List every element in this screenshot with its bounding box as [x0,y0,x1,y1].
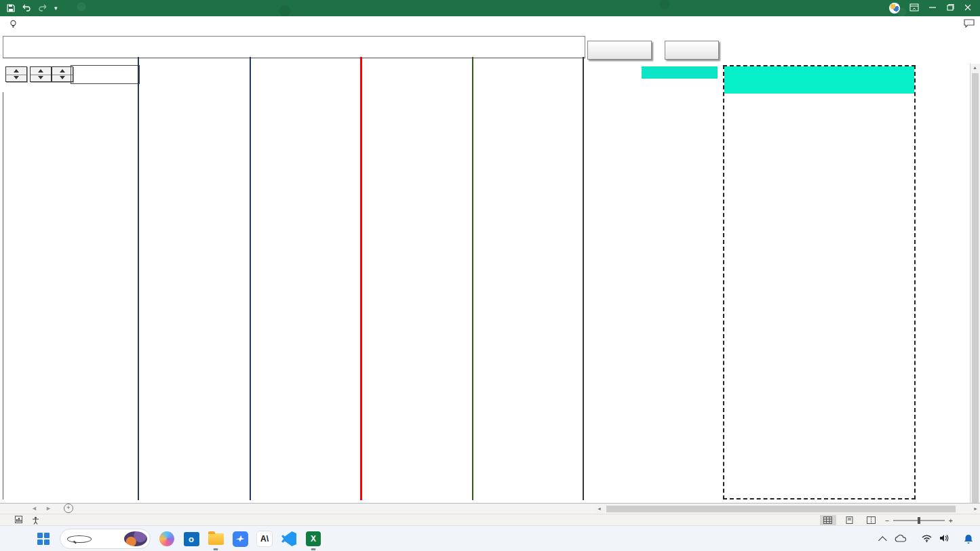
week3-week4-divider [472,57,473,500]
messaging-app-icon[interactable] [232,531,248,547]
comments-header [724,66,914,94]
sheet-tab-strip: ◄ ► [0,503,980,514]
undo-icon[interactable] [22,4,31,12]
windows-taskbar: o A\ X [0,525,980,551]
hidden-icons-chevron[interactable] [878,536,887,545]
zoom-slider[interactable]: − + [885,516,953,525]
non-productive-column-headers [642,81,718,91]
roster-title-cell[interactable] [3,36,585,58]
vertical-scroll-thumb[interactable] [972,73,979,507]
zoom-thumb[interactable] [918,517,920,524]
restore-button[interactable] [946,2,954,14]
search-highlight-image [124,531,147,546]
outlook-icon[interactable]: o [183,531,199,547]
start-button[interactable] [35,531,52,547]
status-bar: − + [0,514,980,526]
totals-grid [589,92,637,499]
clear-content-button[interactable] [587,41,652,60]
minimize-button[interactable] [928,2,937,14]
ribbon-tab-row [0,16,980,33]
comments-body[interactable] [724,94,914,499]
normal-view-button[interactable] [820,515,836,525]
vertical-scrollbar[interactable]: ▲ ▼ [970,64,980,535]
horizontal-scroll-thumb[interactable] [606,506,956,512]
page-layout-view-button[interactable] [842,515,858,525]
sheet-nav-arrows[interactable]: ◄► [0,503,58,514]
worksheet-area: ▲ ▼ [0,32,980,503]
notification-bell-icon[interactable] [964,534,973,544]
accessibility-status[interactable] [32,516,43,525]
roster-left-header-row [3,83,138,92]
horizontal-scrollbar[interactable]: ◄ ► [595,504,980,514]
tell-me-box[interactable] [0,20,20,28]
save-icon[interactable] [7,4,15,12]
page-break-view-button[interactable] [863,515,880,525]
wifi-icon[interactable] [922,533,932,545]
search-icon [67,535,92,543]
zoom-out-button[interactable]: − [885,516,889,525]
grid-right-border [583,57,584,500]
close-button[interactable] [964,2,972,14]
file-explorer-icon[interactable] [208,531,224,547]
taskbar-search[interactable] [60,529,151,549]
non-productive-header [642,66,718,79]
accessibility-icon [32,516,39,525]
fortnight-divider [360,57,362,500]
non-productive-grid [642,92,718,499]
notes-app-icon[interactable]: A\ [256,531,273,547]
share-comment-icon[interactable] [964,18,975,30]
scroll-left-arrow[interactable]: ◄ [597,506,602,511]
qat-customize-icon[interactable]: ▾ [54,5,58,12]
roster-start-date[interactable] [71,65,140,84]
scroll-right-arrow[interactable]: ► [973,506,978,511]
excel-title-bar: ▾ [0,0,980,16]
employee-list [3,92,139,499]
avatar[interactable] [889,3,900,14]
new-sheet-button[interactable]: + [58,503,79,514]
month-spinner[interactable] [30,66,52,82]
copilot-icon[interactable] [159,531,175,547]
volume-icon[interactable] [939,533,949,545]
vscode-icon[interactable] [281,531,297,547]
onedrive-cloud-icon[interactable] [895,533,907,545]
redo-icon[interactable] [38,4,47,12]
week1-week2-divider [250,57,251,500]
bulb-icon [9,20,17,28]
excel-taskbar-icon[interactable]: X [305,531,321,547]
ribbon-display-options-icon[interactable] [909,2,919,14]
week1-left-divider [138,57,139,500]
macro-record-icon[interactable] [15,516,22,525]
duplicate-button[interactable] [665,41,719,60]
day-spinner[interactable] [5,66,27,82]
scroll-up-arrow[interactable]: ▲ [973,65,977,70]
comments-panel[interactable] [723,65,916,499]
zoom-in-button[interactable]: + [949,516,953,525]
